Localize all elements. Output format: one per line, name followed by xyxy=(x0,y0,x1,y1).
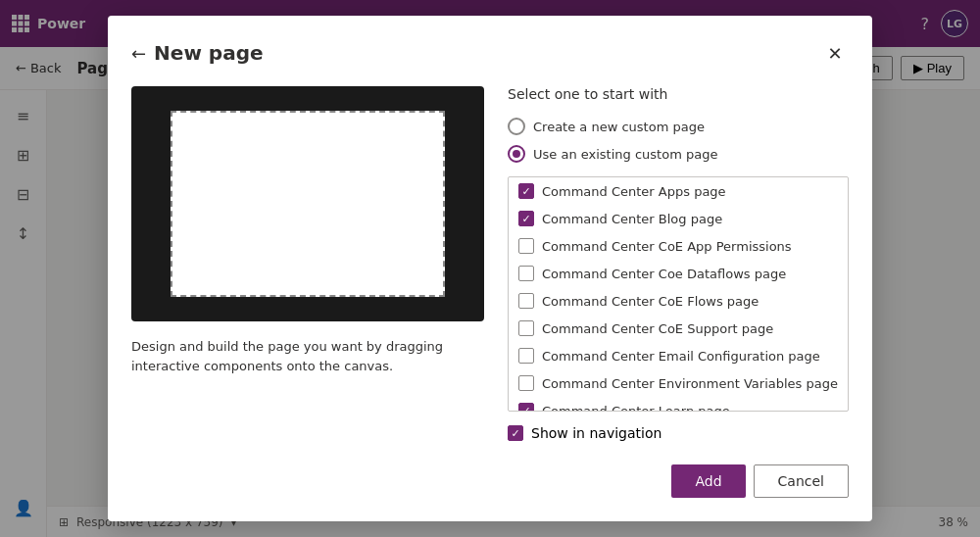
radio-create-label: Create a new custom page xyxy=(533,120,705,134)
checkbox-list-item[interactable]: Command Center Blog page xyxy=(509,205,848,232)
checkbox-item-label-3: Command Center Coe Dataflows page xyxy=(542,267,786,281)
checkbox-list-item[interactable]: Command Center Email Configuration page xyxy=(509,342,848,369)
radio-create-circle xyxy=(508,118,525,135)
radio-existing-circle xyxy=(508,145,525,163)
checkbox-list-item[interactable]: Command Center CoE Flows page xyxy=(509,287,848,315)
checkbox-list-item[interactable]: Command Center Coe Dataflows page xyxy=(509,260,848,287)
canvas-description: Design and build the page you want by dr… xyxy=(131,337,484,375)
section-title: Select one to start with xyxy=(508,86,849,102)
dialog-back-button[interactable]: ← xyxy=(131,43,146,64)
show-in-navigation-row[interactable]: Show in navigation xyxy=(508,425,849,441)
show-in-navigation-label: Show in navigation xyxy=(531,425,662,441)
checkbox-item-4[interactable] xyxy=(518,293,534,309)
radio-existing-label: Use an existing custom page xyxy=(533,147,717,162)
checkbox-item-1[interactable] xyxy=(518,211,534,226)
checkbox-list-item[interactable]: Command Center Environment Variables pag… xyxy=(509,369,848,397)
checkbox-item-6[interactable] xyxy=(518,348,534,364)
dialog-body: Design and build the page you want by dr… xyxy=(131,86,849,498)
dialog-footer: Add Cancel xyxy=(508,464,849,498)
canvas-inner xyxy=(171,111,445,297)
checkbox-list-item[interactable]: Command Center CoE Support page xyxy=(509,315,848,342)
checkbox-item-label-7: Command Center Environment Variables pag… xyxy=(542,376,838,391)
new-page-dialog: ← New page ✕ Design and build the page y… xyxy=(108,16,872,521)
show-in-navigation-checkbox[interactable] xyxy=(508,425,523,441)
checkbox-item-5[interactable] xyxy=(518,320,534,336)
checkbox-item-label-5: Command Center CoE Support page xyxy=(542,321,773,336)
radio-create[interactable]: Create a new custom page xyxy=(508,118,849,135)
checkbox-item-3[interactable] xyxy=(518,266,534,281)
checkbox-item-label-8: Command Center Learn page xyxy=(542,404,730,413)
dialog-close-button[interactable]: ✕ xyxy=(821,39,849,67)
canvas-panel: Design and build the page you want by dr… xyxy=(131,86,484,498)
checkbox-list-container: Command Center Apps pageCommand Center B… xyxy=(508,176,849,412)
radio-existing[interactable]: Use an existing custom page xyxy=(508,145,849,163)
checkbox-item-8[interactable] xyxy=(518,403,534,412)
cancel-button[interactable]: Cancel xyxy=(754,464,849,498)
checkbox-item-label-0: Command Center Apps page xyxy=(542,184,726,199)
dialog-header: ← New page ✕ xyxy=(131,39,849,67)
right-panel: Select one to start with Create a new cu… xyxy=(508,86,849,498)
canvas-preview xyxy=(131,86,484,321)
checkbox-item-0[interactable] xyxy=(518,183,534,199)
checkbox-item-2[interactable] xyxy=(518,238,534,254)
checkbox-list-item[interactable]: Command Center Learn page xyxy=(509,397,848,412)
checkbox-item-label-6: Command Center Email Configuration page xyxy=(542,349,820,364)
add-button[interactable]: Add xyxy=(671,464,745,498)
checkbox-list-item[interactable]: Command Center Apps page xyxy=(509,177,848,205)
dialog-title: New page xyxy=(154,41,813,65)
checkbox-item-label-2: Command Center CoE App Permissions xyxy=(542,239,792,254)
checkbox-item-label-4: Command Center CoE Flows page xyxy=(542,294,759,309)
checkbox-item-label-1: Command Center Blog page xyxy=(542,212,722,226)
checkbox-item-7[interactable] xyxy=(518,375,534,391)
radio-group: Create a new custom page Use an existing… xyxy=(508,118,849,163)
checkbox-list-item[interactable]: Command Center CoE App Permissions xyxy=(509,232,848,260)
